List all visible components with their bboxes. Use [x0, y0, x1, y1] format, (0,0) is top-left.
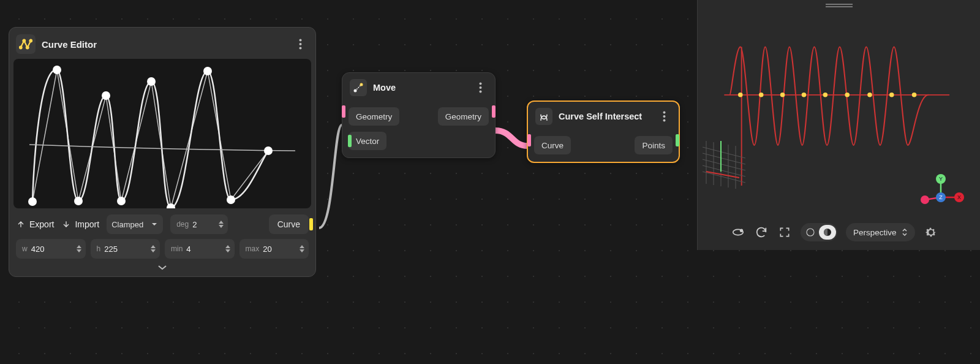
svg-point-5	[299, 43, 301, 45]
intersect-icon	[535, 108, 552, 125]
viewport-panel: Y X Z Perspective	[697, 0, 980, 250]
panel-drag-handle[interactable]	[826, 4, 853, 9]
control-point[interactable]	[227, 195, 235, 204]
node-move-menu[interactable]	[473, 80, 488, 95]
svg-line-29	[703, 153, 745, 164]
svg-point-3	[29, 40, 32, 42]
projection-select[interactable]: Perspective	[846, 223, 915, 241]
curve-graph[interactable]	[13, 59, 311, 208]
curve-editor-panel: Curve Editor Export	[9, 27, 316, 277]
node-curve-self-intersect[interactable]: Curve Self Intersect Curve Points	[527, 100, 680, 163]
floor-grid-icon	[703, 135, 745, 189]
node-move[interactable]: Move Geometry Geometry Vector	[342, 72, 496, 158]
move-icon	[350, 79, 367, 96]
control-point[interactable]	[147, 77, 156, 86]
height-stepper[interactable]	[150, 245, 156, 253]
import-label: Import	[75, 219, 99, 229]
svg-point-50	[807, 229, 814, 236]
shaded-toggle[interactable]	[819, 225, 836, 240]
max-stepper[interactable]	[299, 245, 305, 253]
curve-editor-title: Curve Editor	[42, 39, 287, 50]
svg-point-17	[738, 93, 743, 97]
svg-point-10	[479, 86, 481, 89]
wireframe-toggle[interactable]	[802, 225, 819, 240]
move-input-vector[interactable]: Vector	[349, 132, 386, 150]
svg-point-24	[889, 93, 894, 97]
csi-input-curve[interactable]: Curve	[534, 136, 571, 154]
svg-point-6	[299, 47, 301, 50]
width-stepper[interactable]	[76, 245, 82, 253]
node-move-title: Move	[373, 83, 467, 93]
curve-output-port[interactable]: Curve	[269, 214, 309, 234]
svg-point-13	[663, 115, 665, 118]
svg-point-49	[741, 229, 743, 232]
axis-gizmo[interactable]: Y X Z	[916, 173, 965, 216]
collapse-toggle[interactable]	[13, 259, 311, 272]
curve-editor-icon	[16, 34, 36, 54]
svg-point-9	[479, 83, 481, 85]
export-label: Export	[29, 219, 54, 229]
control-point[interactable]	[203, 67, 212, 75]
svg-point-25	[912, 93, 917, 97]
control-point[interactable]	[28, 197, 37, 206]
degree-stepper[interactable]	[218, 220, 224, 229]
curve-editor-header: Curve Editor	[13, 32, 311, 59]
svg-point-0	[20, 47, 22, 49]
height-field[interactable]: h 225	[91, 239, 160, 259]
control-point[interactable]	[117, 197, 126, 205]
svg-point-14	[663, 119, 665, 122]
svg-text:Z: Z	[939, 194, 943, 200]
svg-line-28	[703, 159, 745, 170]
svg-point-4	[299, 39, 301, 42]
control-point[interactable]	[74, 197, 83, 205]
min-field[interactable]: min 4	[165, 239, 235, 259]
control-point[interactable]	[264, 146, 273, 155]
svg-point-18	[759, 93, 764, 97]
csi-output-points[interactable]: Points	[635, 136, 673, 154]
clamp-mode-select[interactable]: Clamped	[107, 214, 163, 234]
import-button[interactable]: Import	[61, 219, 99, 229]
svg-point-20	[802, 93, 807, 97]
min-stepper[interactable]	[225, 245, 231, 253]
refresh-icon[interactable]	[754, 225, 769, 240]
svg-text:X: X	[957, 194, 961, 200]
control-point[interactable]	[53, 66, 61, 74]
svg-point-2	[26, 47, 29, 49]
svg-point-23	[867, 93, 872, 97]
svg-point-19	[780, 93, 785, 97]
max-field[interactable]: max 20	[239, 239, 309, 259]
width-field[interactable]: w 420	[16, 239, 86, 259]
fullscreen-icon[interactable]	[777, 225, 792, 240]
svg-point-47	[921, 195, 929, 204]
settings-icon[interactable]	[924, 225, 938, 240]
move-output-geometry[interactable]: Geometry	[438, 107, 489, 126]
node-move-header[interactable]: Move	[342, 73, 495, 102]
svg-line-30	[703, 147, 745, 158]
svg-point-22	[845, 93, 850, 97]
degree-field[interactable]: deg 2	[170, 214, 228, 234]
svg-point-11	[479, 91, 481, 93]
svg-point-12	[663, 112, 665, 114]
node-csi-menu[interactable]	[657, 109, 671, 124]
panel-menu-button[interactable]	[293, 37, 307, 51]
svg-point-1	[23, 40, 25, 42]
svg-text:Y: Y	[939, 176, 943, 182]
export-button[interactable]: Export	[16, 219, 54, 229]
node-csi-header[interactable]: Curve Self Intersect	[528, 102, 679, 131]
move-input-geometry[interactable]: Geometry	[349, 107, 399, 126]
viewport-toolbar: Perspective	[731, 223, 938, 241]
shading-toggle[interactable]	[801, 223, 837, 241]
svg-point-21	[823, 93, 828, 97]
control-point[interactable]	[102, 91, 110, 100]
node-csi-title: Curve Self Intersect	[559, 112, 650, 121]
orbit-icon[interactable]	[731, 225, 745, 240]
